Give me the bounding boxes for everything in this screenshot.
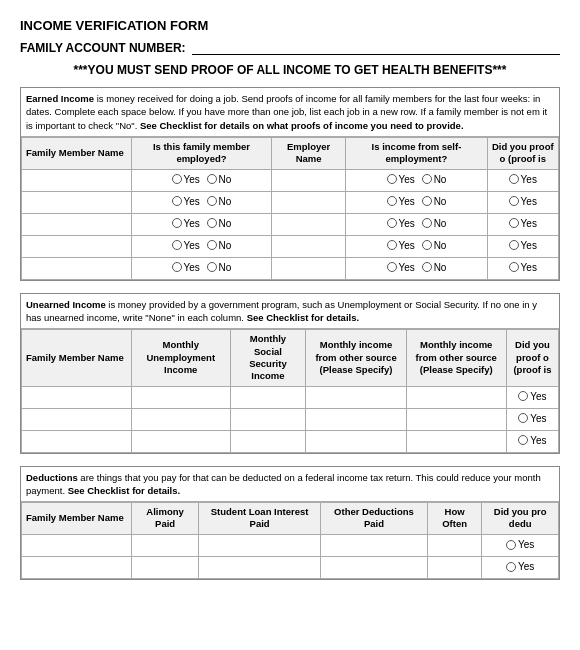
radio-circle[interactable] (509, 262, 519, 272)
form-title: INCOME VERIFICATION FORM (20, 18, 560, 33)
earned-employed-2[interactable]: Yes No (132, 191, 272, 213)
radio-circle[interactable] (422, 262, 432, 272)
unearned-unemployment-3[interactable] (132, 430, 231, 452)
earned-selfemploy-4[interactable]: Yes No (346, 235, 487, 257)
deductions-studentloan-1[interactable] (199, 534, 321, 556)
earned-employed-3[interactable]: Yes No (132, 213, 272, 235)
earned-proof-3[interactable]: Yes (487, 213, 558, 235)
earned-employed-1[interactable]: Yes No (132, 169, 272, 191)
earned-selfemploy-5[interactable]: Yes No (346, 257, 487, 279)
deductions-howoften-1[interactable] (427, 534, 481, 556)
earned-name-4[interactable] (22, 235, 132, 257)
deductions-proof-2[interactable]: Yes (482, 556, 559, 578)
earned-proof-1[interactable]: Yes (487, 169, 558, 191)
radio-circle[interactable] (172, 240, 182, 250)
earned-name-3[interactable] (22, 213, 132, 235)
deductions-name-1[interactable] (22, 534, 132, 556)
radio-circle[interactable] (207, 240, 217, 250)
radio-circle[interactable] (509, 174, 519, 184)
unearned-other1-1[interactable] (306, 386, 406, 408)
earned-selfemploy-3[interactable]: Yes No (346, 213, 487, 235)
earned-selfemploy-2[interactable]: Yes No (346, 191, 487, 213)
radio-circle[interactable] (172, 196, 182, 206)
earned-selfemploy-1[interactable]: Yes No (346, 169, 487, 191)
unearned-name-3[interactable] (22, 430, 132, 452)
deductions-other-2[interactable] (321, 556, 428, 578)
deductions-alimony-1[interactable] (132, 534, 199, 556)
radio-circle[interactable] (207, 174, 217, 184)
earned-name-2[interactable] (22, 191, 132, 213)
unearned-income-description: Unearned Income is money provided by a g… (21, 294, 559, 330)
radio-circle[interactable] (387, 196, 397, 206)
deductions-studentloan-2[interactable] (199, 556, 321, 578)
unearned-social-3[interactable] (230, 430, 306, 452)
earned-proof-4[interactable]: Yes (487, 235, 558, 257)
radio-circle[interactable] (387, 240, 397, 250)
table-row: Yes No Yes No Yes (22, 235, 559, 257)
radio-circle[interactable] (207, 218, 217, 228)
unearned-proof-2[interactable]: Yes (506, 408, 558, 430)
earned-employer-5[interactable] (271, 257, 346, 279)
radio-circle[interactable] (518, 435, 528, 445)
earned-employer-4[interactable] (271, 235, 346, 257)
unearned-proof-1[interactable]: Yes (506, 386, 558, 408)
radio-circle[interactable] (506, 540, 516, 550)
deductions-alimony-2[interactable] (132, 556, 199, 578)
radio-circle[interactable] (172, 218, 182, 228)
unearned-other2-2[interactable] (406, 408, 506, 430)
unearned-name-1[interactable] (22, 386, 132, 408)
radio-circle[interactable] (387, 174, 397, 184)
earned-col-employed: Is this family member employed? (132, 137, 272, 169)
deductions-howoften-2[interactable] (427, 556, 481, 578)
earned-employed-5[interactable]: Yes No (132, 257, 272, 279)
unearned-social-1[interactable] (230, 386, 306, 408)
no-label: No (434, 240, 447, 251)
radio-circle[interactable] (509, 196, 519, 206)
radio-circle[interactable] (387, 218, 397, 228)
account-number-line: FAMILY ACCOUNT NUMBER: (20, 41, 560, 55)
radio-circle[interactable] (509, 218, 519, 228)
yes-label: Yes (530, 391, 546, 402)
radio-circle[interactable] (387, 262, 397, 272)
earned-employer-2[interactable] (271, 191, 346, 213)
unearned-other2-3[interactable] (406, 430, 506, 452)
radio-circle[interactable] (172, 174, 182, 184)
radio-circle[interactable] (422, 240, 432, 250)
deductions-name-2[interactable] (22, 556, 132, 578)
radio-circle[interactable] (518, 391, 528, 401)
earned-proof-2[interactable]: Yes (487, 191, 558, 213)
deductions-description: Deductions are things that you pay for t… (21, 467, 559, 503)
radio-circle[interactable] (518, 413, 528, 423)
radio-circle[interactable] (422, 196, 432, 206)
radio-circle[interactable] (422, 218, 432, 228)
unearned-social-2[interactable] (230, 408, 306, 430)
unearned-other1-2[interactable] (306, 408, 406, 430)
yes-label: Yes (399, 218, 415, 229)
deductions-other-1[interactable] (321, 534, 428, 556)
earned-proof-5[interactable]: Yes (487, 257, 558, 279)
account-number-field[interactable] (192, 41, 560, 55)
radio-circle[interactable] (207, 262, 217, 272)
yes-label: Yes (521, 174, 537, 185)
radio-circle[interactable] (207, 196, 217, 206)
earned-employer-1[interactable] (271, 169, 346, 191)
earned-name-1[interactable] (22, 169, 132, 191)
radio-circle[interactable] (509, 240, 519, 250)
earned-name-5[interactable] (22, 257, 132, 279)
deductions-proof-1[interactable]: Yes (482, 534, 559, 556)
earned-employed-4[interactable]: Yes No (132, 235, 272, 257)
radio-circle[interactable] (422, 174, 432, 184)
unearned-unemployment-1[interactable] (132, 386, 231, 408)
earned-employer-3[interactable] (271, 213, 346, 235)
unearned-unemployment-2[interactable] (132, 408, 231, 430)
unearned-proof-3[interactable]: Yes (506, 430, 558, 452)
unearned-name-2[interactable] (22, 408, 132, 430)
unearned-other1-3[interactable] (306, 430, 406, 452)
radio-circle[interactable] (172, 262, 182, 272)
yes-label: Yes (399, 196, 415, 207)
unearned-other2-1[interactable] (406, 386, 506, 408)
radio-circle[interactable] (506, 562, 516, 572)
yes-label: Yes (184, 262, 200, 273)
deductions-table: Family Member Name Alimony Paid Student … (21, 502, 559, 579)
table-row: Yes No Yes No Yes (22, 169, 559, 191)
